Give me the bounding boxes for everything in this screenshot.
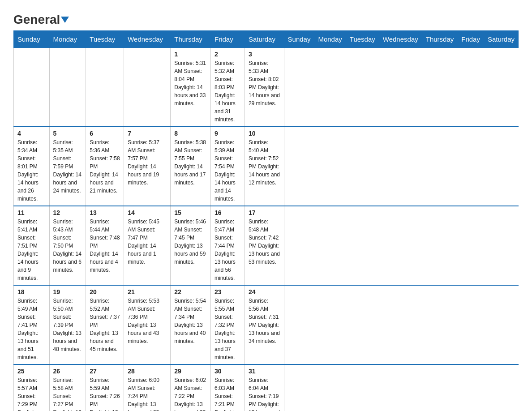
calendar-cell	[49, 48, 86, 127]
day-number: 16	[215, 209, 241, 216]
day-info: Sunrise: 5:58 AM Sunset: 7:27 PM Dayligh…	[53, 376, 82, 411]
calendar-week-row: 11Sunrise: 5:41 AM Sunset: 7:51 PM Dayli…	[14, 206, 519, 285]
day-number: 15	[174, 209, 207, 216]
day-number: 29	[174, 368, 207, 375]
day-number: 14	[128, 209, 167, 216]
day-info: Sunrise: 5:37 AM Sunset: 7:57 PM Dayligh…	[128, 138, 167, 187]
calendar-cell: 14Sunrise: 5:45 AM Sunset: 7:47 PM Dayli…	[124, 206, 171, 285]
day-number: 10	[249, 130, 280, 137]
day-info: Sunrise: 6:03 AM Sunset: 7:21 PM Dayligh…	[215, 376, 241, 411]
column-header-sunday: Sunday	[14, 31, 50, 48]
calendar-cell: 16Sunrise: 5:47 AM Sunset: 7:44 PM Dayli…	[211, 206, 245, 285]
day-info: Sunrise: 5:48 AM Sunset: 7:42 PM Dayligh…	[249, 218, 280, 266]
calendar-week-row: 4Sunrise: 5:34 AM Sunset: 8:01 PM Daylig…	[14, 127, 519, 206]
calendar-cell: 8Sunrise: 5:38 AM Sunset: 7:55 PM Daylig…	[171, 127, 211, 206]
column-header-sunday: Sunday	[284, 31, 314, 48]
column-header-wednesday: Wednesday	[124, 31, 171, 48]
calendar-cell: 23Sunrise: 5:55 AM Sunset: 7:32 PM Dayli…	[211, 285, 245, 364]
day-info: Sunrise: 5:49 AM Sunset: 7:41 PM Dayligh…	[17, 297, 46, 361]
calendar-cell: 4Sunrise: 5:34 AM Sunset: 8:01 PM Daylig…	[14, 127, 50, 206]
day-info: Sunrise: 5:52 AM Sunset: 7:37 PM Dayligh…	[90, 297, 120, 353]
calendar-cell: 28Sunrise: 6:00 AM Sunset: 7:24 PM Dayli…	[124, 364, 171, 411]
calendar-cell: 11Sunrise: 5:41 AM Sunset: 7:51 PM Dayli…	[14, 206, 50, 285]
day-info: Sunrise: 5:55 AM Sunset: 7:32 PM Dayligh…	[215, 297, 241, 361]
day-number: 19	[53, 288, 82, 295]
calendar-week-row: 18Sunrise: 5:49 AM Sunset: 7:41 PM Dayli…	[14, 285, 519, 364]
column-header-tuesday: Tuesday	[86, 31, 124, 48]
calendar-cell: 30Sunrise: 6:03 AM Sunset: 7:21 PM Dayli…	[211, 364, 245, 411]
calendar-table: SundayMondayTuesdayWednesdayThursdayFrid…	[13, 30, 519, 411]
calendar-cell	[14, 48, 50, 127]
day-number: 5	[53, 130, 82, 137]
day-info: Sunrise: 5:40 AM Sunset: 7:52 PM Dayligh…	[249, 138, 280, 187]
day-info: Sunrise: 5:50 AM Sunset: 7:39 PM Dayligh…	[53, 297, 82, 353]
day-number: 1	[174, 51, 207, 58]
header-area: General	[13, 9, 519, 26]
day-info: Sunrise: 5:45 AM Sunset: 7:47 PM Dayligh…	[128, 218, 167, 266]
column-header-wednesday: Wednesday	[379, 31, 422, 48]
day-info: Sunrise: 6:00 AM Sunset: 7:24 PM Dayligh…	[128, 376, 167, 411]
calendar-cell: 31Sunrise: 6:04 AM Sunset: 7:19 PM Dayli…	[245, 364, 284, 411]
day-number: 11	[17, 209, 46, 216]
calendar-cell: 12Sunrise: 5:43 AM Sunset: 7:50 PM Dayli…	[49, 206, 86, 285]
day-info: Sunrise: 5:32 AM Sunset: 8:03 PM Dayligh…	[215, 59, 241, 124]
day-info: Sunrise: 5:57 AM Sunset: 7:29 PM Dayligh…	[17, 376, 46, 411]
day-number: 28	[128, 368, 167, 375]
logo-general-text: General	[13, 13, 69, 26]
calendar-cell: 19Sunrise: 5:50 AM Sunset: 7:39 PM Dayli…	[49, 285, 86, 364]
logo-triangle-icon	[61, 17, 69, 23]
column-header-tuesday: Tuesday	[346, 31, 379, 48]
calendar-cell: 6Sunrise: 5:36 AM Sunset: 7:58 PM Daylig…	[86, 127, 124, 206]
calendar-cell: 20Sunrise: 5:52 AM Sunset: 7:37 PM Dayli…	[86, 285, 124, 364]
column-header-saturday: Saturday	[245, 31, 284, 48]
day-number: 18	[17, 288, 46, 295]
day-info: Sunrise: 5:53 AM Sunset: 7:36 PM Dayligh…	[128, 297, 167, 345]
calendar-cell: 13Sunrise: 5:44 AM Sunset: 7:48 PM Dayli…	[86, 206, 124, 285]
day-info: Sunrise: 5:47 AM Sunset: 7:44 PM Dayligh…	[215, 218, 241, 282]
calendar-cell: 10Sunrise: 5:40 AM Sunset: 7:52 PM Dayli…	[245, 127, 284, 206]
day-info: Sunrise: 5:31 AM Sunset: 8:04 PM Dayligh…	[174, 59, 207, 107]
column-header-thursday: Thursday	[171, 31, 211, 48]
day-number: 24	[249, 288, 280, 295]
calendar-cell	[86, 48, 124, 127]
day-info: Sunrise: 6:02 AM Sunset: 7:22 PM Dayligh…	[174, 376, 207, 411]
day-number: 3	[249, 51, 280, 58]
column-header-friday: Friday	[211, 31, 245, 48]
day-info: Sunrise: 5:34 AM Sunset: 8:01 PM Dayligh…	[17, 138, 46, 203]
column-header-monday: Monday	[314, 31, 346, 48]
day-info: Sunrise: 6:04 AM Sunset: 7:19 PM Dayligh…	[249, 376, 280, 411]
day-info: Sunrise: 5:54 AM Sunset: 7:34 PM Dayligh…	[174, 297, 207, 345]
day-number: 17	[249, 209, 280, 216]
calendar-cell: 27Sunrise: 5:59 AM Sunset: 7:26 PM Dayli…	[86, 364, 124, 411]
calendar-cell	[124, 48, 171, 127]
calendar-cell: 9Sunrise: 5:39 AM Sunset: 7:54 PM Daylig…	[211, 127, 245, 206]
column-header-monday: Monday	[49, 31, 86, 48]
day-number: 21	[128, 288, 167, 295]
logo: General	[13, 9, 69, 26]
day-info: Sunrise: 5:41 AM Sunset: 7:51 PM Dayligh…	[17, 218, 46, 282]
calendar-week-row: 1Sunrise: 5:31 AM Sunset: 8:04 PM Daylig…	[14, 48, 519, 127]
calendar-cell: 25Sunrise: 5:57 AM Sunset: 7:29 PM Dayli…	[14, 364, 50, 411]
calendar-cell: 2Sunrise: 5:32 AM Sunset: 8:03 PM Daylig…	[211, 48, 245, 127]
calendar-cell: 15Sunrise: 5:46 AM Sunset: 7:45 PM Dayli…	[171, 206, 211, 285]
day-number: 30	[215, 368, 241, 375]
calendar-cell: 26Sunrise: 5:58 AM Sunset: 7:27 PM Dayli…	[49, 364, 86, 411]
day-number: 8	[174, 130, 207, 137]
day-info: Sunrise: 5:44 AM Sunset: 7:48 PM Dayligh…	[90, 218, 120, 274]
day-info: Sunrise: 5:43 AM Sunset: 7:50 PM Dayligh…	[53, 218, 82, 274]
day-number: 9	[215, 130, 241, 137]
calendar-cell: 22Sunrise: 5:54 AM Sunset: 7:34 PM Dayli…	[171, 285, 211, 364]
calendar-cell: 29Sunrise: 6:02 AM Sunset: 7:22 PM Dayli…	[171, 364, 211, 411]
calendar-header-row: SundayMondayTuesdayWednesdayThursdayFrid…	[14, 31, 519, 48]
calendar-cell: 17Sunrise: 5:48 AM Sunset: 7:42 PM Dayli…	[245, 206, 284, 285]
day-info: Sunrise: 5:33 AM Sunset: 8:02 PM Dayligh…	[249, 59, 280, 107]
calendar-cell: 5Sunrise: 5:35 AM Sunset: 7:59 PM Daylig…	[49, 127, 86, 206]
day-info: Sunrise: 5:46 AM Sunset: 7:45 PM Dayligh…	[174, 218, 207, 266]
calendar-cell: 7Sunrise: 5:37 AM Sunset: 7:57 PM Daylig…	[124, 127, 171, 206]
calendar-cell: 21Sunrise: 5:53 AM Sunset: 7:36 PM Dayli…	[124, 285, 171, 364]
day-number: 13	[90, 209, 120, 216]
calendar-cell: 18Sunrise: 5:49 AM Sunset: 7:41 PM Dayli…	[14, 285, 50, 364]
column-header-saturday: Saturday	[484, 31, 518, 48]
day-info: Sunrise: 5:39 AM Sunset: 7:54 PM Dayligh…	[215, 138, 241, 203]
day-number: 12	[53, 209, 82, 216]
